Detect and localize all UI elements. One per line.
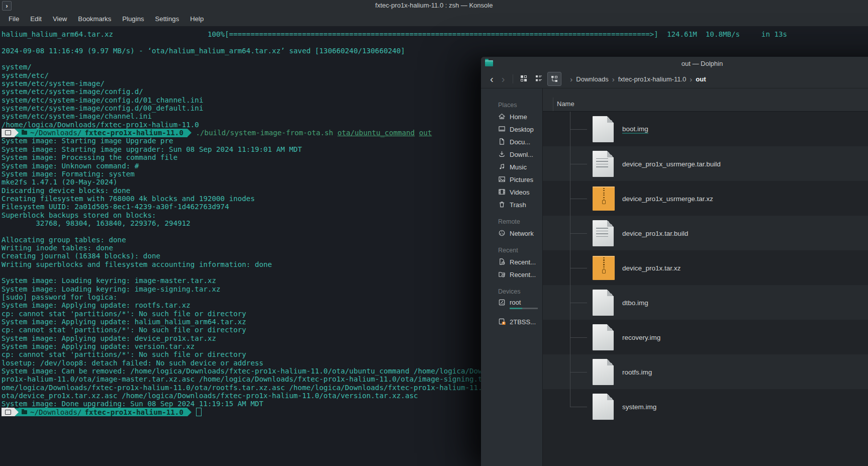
music-icon [498, 163, 506, 172]
home-icon [498, 113, 506, 122]
menu-item-help[interactable]: Help [184, 13, 209, 25]
file-name[interactable]: device_pro1x_usrmerge.tar.build [622, 160, 721, 167]
sidebar-item-label: Downl... [510, 151, 533, 158]
file-view[interactable]: Name boot.imgdevice_pro1x_usrmerge.tar.b… [543, 88, 868, 466]
sidebar-item-label: Recent... [510, 258, 536, 266]
sidebar-item-pictures[interactable]: Pictures [481, 173, 542, 186]
network-icon [498, 229, 506, 238]
hdd-mounted-icon [498, 318, 506, 327]
sidebar-item-label: Music [510, 163, 527, 171]
tree-branch-line [570, 129, 587, 130]
tree-branch-line [570, 233, 587, 234]
sidebar-item-root[interactable]: root [481, 297, 542, 316]
places-section-places: Places [498, 102, 542, 109]
breadcrumb-item-downloads[interactable]: Downloads [576, 75, 608, 83]
places-section-devices: Devices [498, 288, 542, 295]
typed-command: ./build/system-image-from-ota.sh ota/ubu… [191, 129, 432, 137]
menu-item-view[interactable]: View [47, 13, 72, 25]
column-header-name[interactable]: Name [557, 100, 574, 108]
archive-file-icon [593, 187, 615, 211]
archive-file-icon [593, 256, 615, 280]
sidebar-item-recent[interactable]: Recent... [481, 256, 542, 268]
prompt-path-segment: ~/Downloads/fxtec-pro1x-halium-11.0 [19, 129, 187, 137]
sidebar-item-downl[interactable]: Downl... [481, 148, 542, 161]
sidebar-item-label: Network [510, 230, 534, 237]
chevron-right-icon: › [609, 75, 618, 83]
file-list: boot.imgdevice_pro1x_usrmerge.tar.buildd… [543, 112, 868, 424]
dolphin-toolbar: ‹ › ›Downloads›fxtec-pro1x-halium-11.0›o… [481, 70, 868, 88]
file-name[interactable]: boot.img [622, 125, 648, 133]
sidebar-item-trash[interactable]: Trash [481, 199, 542, 211]
menu-item-bookmarks[interactable]: Bookmarks [72, 13, 117, 25]
sidebar-item-network[interactable]: Network [481, 227, 542, 240]
file-row-system-img[interactable]: system.img [543, 389, 868, 424]
places-panel: PlacesHomeDesktopDocu...Downl...MusicPic… [481, 88, 543, 466]
sidebar-item-desktop[interactable]: Desktop [481, 123, 542, 136]
sidebar-item-recent[interactable]: Recent... [481, 268, 542, 281]
konsole-menubar: FileEditViewBookmarksPluginsSettingsHelp [0, 11, 868, 26]
file-icon [593, 116, 614, 142]
forward-button[interactable]: › [498, 74, 509, 84]
breadcrumb-item-out[interactable]: out [696, 75, 706, 83]
file-row-recovery-img[interactable]: recovery.img [543, 320, 868, 354]
powerline-arrow [187, 408, 191, 416]
file-icon [593, 394, 614, 420]
sidebar-item-label: Desktop [510, 126, 534, 133]
hdd-icon [498, 299, 506, 308]
tree-branch-line [570, 268, 587, 268]
folder-icon [22, 131, 27, 135]
text-file-icon [593, 220, 614, 246]
terminal-blank-line [2, 38, 868, 46]
recent-folder-icon [498, 270, 506, 279]
file-icon [593, 324, 614, 350]
places-section-recent: Recent [498, 247, 542, 254]
file-name[interactable]: device_pro1x.tar.xz [622, 264, 681, 271]
view-mode-buttons [517, 72, 563, 86]
icons-view-button[interactable] [517, 72, 530, 85]
prompt-os-segment [2, 129, 15, 137]
file-name[interactable]: rootfs.img [622, 368, 652, 376]
konsole-titlebar[interactable]: › fxtec-pro1x-halium-11.0 : zsh — Konsol… [0, 0, 868, 11]
menu-item-settings[interactable]: Settings [150, 13, 185, 25]
file-name[interactable]: system.img [622, 403, 656, 410]
video-icon [498, 188, 506, 197]
sidebar-item-music[interactable]: Music [481, 161, 542, 173]
terminal-line: halium_halium_arm64.tar.xz 100%[========… [2, 30, 868, 38]
konsole-window-title: fxtec-pro1x-halium-11.0 : zsh — Konsole [0, 2, 868, 9]
details-view-button[interactable] [532, 72, 545, 85]
file-name[interactable]: recovery.img [622, 333, 660, 341]
sidebar-item-docu[interactable]: Docu... [481, 136, 542, 148]
sidebar-item-videos[interactable]: Videos [481, 186, 542, 199]
menu-item-plugins[interactable]: Plugins [117, 13, 149, 25]
sidebar-item-label: Recent... [510, 271, 536, 278]
sidebar-item-label: Home [510, 113, 527, 121]
dolphin-titlebar[interactable]: out — Dolphin [481, 57, 868, 70]
breadcrumb-item-fxtec-pro1x-halium-11-0[interactable]: fxtec-pro1x-halium-11.0 [618, 75, 687, 83]
powerline-arrow [187, 129, 191, 137]
menu-item-edit[interactable]: Edit [25, 13, 47, 25]
tree-guide-line [570, 389, 570, 407]
file-icon [593, 290, 614, 316]
sidebar-item-home[interactable]: Home [481, 111, 542, 123]
back-button[interactable]: ‹ [486, 74, 498, 84]
file-row-device-pro1x-usrmerge-tar-build[interactable]: device_pro1x_usrmerge.tar.build [543, 146, 868, 181]
sidebar-item-label: 2TBSS... [510, 318, 536, 326]
file-row-device-pro1x-usrmerge-tar-xz[interactable]: device_pro1x_usrmerge.tar.xz [543, 181, 868, 216]
file-row-device-pro1x-tar-build[interactable]: device_pro1x.tar.build [543, 216, 868, 250]
monitor-icon [5, 410, 11, 415]
chevron-right-icon: › [686, 75, 696, 83]
tree-view-button[interactable] [547, 72, 561, 86]
file-row-device-pro1x-tar-xz[interactable]: device_pro1x.tar.xz [543, 250, 868, 285]
file-row-rootfs-img[interactable]: rootfs.img [543, 354, 868, 389]
sidebar-item-2tbss[interactable]: 2TBSS... [481, 316, 542, 328]
file-row-dtbo-img[interactable]: dtbo.img [543, 285, 868, 320]
tree-branch-line [570, 303, 587, 303]
file-name[interactable]: device_pro1x.tar.build [622, 229, 688, 237]
file-name[interactable]: dtbo.img [622, 299, 648, 306]
file-row-boot-img[interactable]: boot.img [543, 112, 868, 146]
file-name[interactable]: device_pro1x_usrmerge.tar.xz [622, 195, 713, 202]
file-icon [593, 359, 614, 385]
menu-item-file[interactable]: File [3, 13, 25, 25]
desktop: › fxtec-pro1x-halium-11.0 : zsh — Konsol… [0, 0, 868, 466]
sidebar-item-label: Pictures [510, 176, 533, 183]
